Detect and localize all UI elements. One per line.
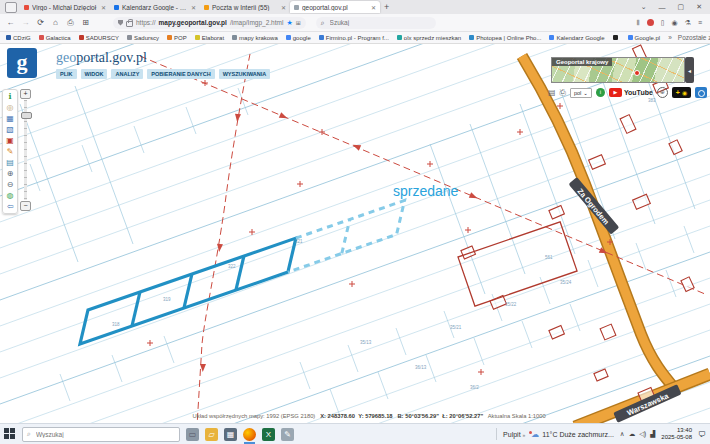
youtube-link[interactable]: ▶ YouTube	[609, 88, 653, 97]
extensions-icon[interactable]: ⚗	[685, 19, 691, 27]
home-icon[interactable]: ⌂	[50, 18, 61, 27]
bookmark-item[interactable]: Kalendarz Google	[549, 35, 604, 41]
zoom-in-icon[interactable]: ⊕	[4, 168, 16, 179]
firefox-view-icon[interactable]	[5, 2, 17, 13]
menu-pobieranie-danych[interactable]: POBIERANIE DANYCH	[147, 69, 214, 79]
volume-icon[interactable]: ◁)	[639, 430, 646, 438]
search-input[interactable]	[328, 18, 412, 27]
taskbar-search[interactable]: ⌕	[22, 427, 180, 442]
bookmark-item[interactable]: POP	[167, 35, 187, 41]
attribute-table-icon[interactable]: ▦	[4, 113, 16, 124]
extension-red-icon[interactable]	[647, 19, 654, 26]
select-features-icon[interactable]: ▧	[4, 124, 16, 135]
notes-icon[interactable]: ✎	[281, 428, 294, 441]
firefox-icon[interactable]	[243, 428, 256, 441]
help-icon[interactable]: i	[596, 88, 605, 97]
bookmark-item[interactable]: Firmino.pl - Program f...	[319, 35, 389, 41]
taskbar-search-input[interactable]	[34, 430, 148, 439]
calculator-icon[interactable]: ▦	[224, 428, 237, 441]
desktop-toolbar[interactable]: Pulpit »	[503, 431, 525, 438]
draw-icon[interactable]: ✎	[4, 146, 16, 157]
network-icon[interactable]: ▟	[650, 430, 655, 438]
save-to-pocket-icon[interactable]: ⊞	[296, 19, 301, 26]
previous-view-icon[interactable]: ⇦	[4, 201, 16, 212]
highlighted-parcels[interactable]	[80, 200, 405, 344]
menu-analizy[interactable]: ANALIZY	[111, 69, 143, 79]
start-button[interactable]	[4, 428, 16, 440]
tab-calendar[interactable]: Kalendarz Google - Tydzień, w... ✕	[110, 1, 200, 13]
other-bookmarks[interactable]: Pozostałe zakładki	[678, 34, 710, 41]
weather-widget[interactable]: ☁ 11°C Duże zachmurz...	[531, 430, 614, 439]
back-icon[interactable]: ←	[5, 18, 16, 27]
zoom-out-icon[interactable]: ⊖	[4, 179, 16, 190]
maximize-button[interactable]: ▢	[678, 3, 685, 11]
printer-icon[interactable]: ⎙	[560, 88, 566, 98]
accessibility-contrast-button[interactable]: + ◉	[672, 87, 691, 98]
bookmark-item[interactable]: Sadurscy	[127, 35, 159, 41]
url-bar[interactable]: https://mapy.geoportal.gov.pl/imap/Imgp_…	[113, 17, 306, 29]
taskbar-clock[interactable]: 13:40 2025-05-08	[661, 427, 692, 442]
tab-close-icon[interactable]: ✕	[191, 4, 196, 11]
bookmark-item[interactable]: Galactica	[39, 35, 71, 41]
menu-widok[interactable]: WIDOK	[81, 69, 108, 79]
bookmark-item[interactable]: CDziG	[6, 35, 31, 41]
wcag-globe-icon[interactable]: ⊕	[657, 87, 668, 98]
identify-icon[interactable]: ◎	[4, 102, 16, 113]
language-select[interactable]: pol⌄	[570, 88, 592, 98]
zoom-track[interactable]	[24, 100, 27, 200]
task-view-icon[interactable]: ▭	[186, 428, 199, 441]
geoportal-logo[interactable]: g	[7, 48, 37, 78]
zoom-out-button[interactable]: −	[20, 201, 31, 211]
minimize-button[interactable]: —	[659, 4, 666, 11]
new-tab-button[interactable]: +	[384, 2, 389, 12]
camera-icon[interactable]	[695, 87, 707, 98]
bookmark-star-icon[interactable]: ★	[286, 19, 292, 27]
app-menu-icon[interactable]: ≡	[698, 19, 702, 26]
onedrive-icon[interactable]: ☁	[629, 430, 636, 438]
search-bar[interactable]: ⌕	[316, 17, 436, 29]
zoom-in-button[interactable]: +	[20, 89, 31, 99]
print-map-icon[interactable]: ▣	[4, 135, 16, 146]
bookmark-item[interactable]	[613, 35, 620, 40]
shield-icon[interactable]	[118, 20, 123, 26]
tab-list-dropdown-icon[interactable]: ⌄	[641, 3, 647, 11]
bookmarks-overflow-icon[interactable]: »	[668, 34, 672, 41]
print-icon[interactable]: ⎙	[65, 18, 76, 28]
account-icon[interactable]: ◉	[672, 19, 678, 27]
tab-close-icon[interactable]: ✕	[371, 4, 376, 11]
panel-icon[interactable]: ▤	[548, 88, 556, 97]
notification-center-icon[interactable]: 🗩	[698, 430, 706, 439]
bookmark-item[interactable]: Google.pl	[628, 35, 661, 41]
bookmark-item[interactable]: Photopea | Online Pho...	[469, 35, 541, 41]
sidebar-icon[interactable]: ▯	[661, 19, 665, 27]
bookmark-item[interactable]: Elaborat	[195, 35, 224, 41]
bookmark-item[interactable]: google	[286, 35, 311, 41]
forward-icon[interactable]: →	[20, 18, 31, 27]
highlighted-parcels-pending[interactable]	[288, 200, 405, 272]
hidden-icons-chevron[interactable]: ∧	[620, 430, 625, 438]
overview-collapse-button[interactable]: ◂	[685, 57, 694, 83]
tab-virgo[interactable]: Virgo - Michał Dzięcioł ✕	[20, 1, 110, 13]
padlock-icon[interactable]	[126, 21, 133, 27]
excel-icon[interactable]: X	[262, 428, 275, 441]
close-button[interactable]: ✕	[696, 3, 702, 11]
map-canvas[interactable]: Za Ogrodem Warszawska sprzedane 31831932…	[0, 44, 710, 423]
tab-interia[interactable]: Poczta w Interii (55) ✕	[200, 1, 290, 13]
container-icon[interactable]: ⊞	[80, 18, 91, 27]
reload-icon[interactable]: ⟳	[35, 18, 46, 27]
menu-wyszukiwania[interactable]: WYSZUKIWANIA	[219, 69, 271, 79]
info-icon[interactable]: ℹ	[4, 91, 16, 102]
layers-icon[interactable]: ▤	[4, 157, 16, 168]
full-extent-icon[interactable]: ◍	[4, 190, 16, 201]
bookmark-item[interactable]: mapy krakowa	[232, 35, 278, 41]
bookmark-item[interactable]: SADURSCY	[79, 35, 119, 41]
extension-lines-icon[interactable]: ⦀	[637, 19, 640, 27]
menu-plik[interactable]: PLIK	[56, 69, 77, 79]
file-explorer-icon[interactable]: ▱	[205, 428, 218, 441]
overview-map[interactable]: Geoportal krajowy	[551, 57, 685, 83]
tab-close-icon[interactable]: ✕	[101, 4, 106, 11]
tab-close-icon[interactable]: ✕	[281, 4, 286, 11]
zoom-handle[interactable]	[21, 112, 32, 119]
bookmark-item[interactable]: olx sprzedz mieszkan	[397, 35, 461, 41]
tab-geoportal-active[interactable]: geoportal.gov.pl ✕	[290, 1, 380, 13]
